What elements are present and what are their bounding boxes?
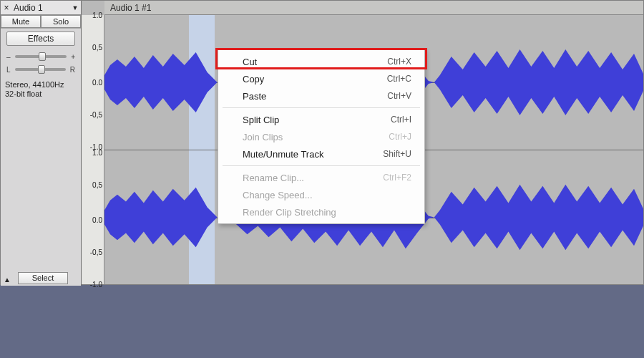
menu-label: Rename Clip... <box>243 173 304 183</box>
select-track-button[interactable]: Select <box>18 272 68 284</box>
pan-right-label: R <box>70 66 75 74</box>
pan-slider-track[interactable] <box>15 68 66 71</box>
close-icon[interactable]: × <box>1 1 12 15</box>
collapse-icon[interactable]: ▲ <box>4 276 11 284</box>
ruler-tick: -1.0 <box>82 281 102 289</box>
solo-button[interactable]: Solo <box>41 15 81 28</box>
context-menu: Cut Ctrl+X Copy Ctrl+C Paste Ctrl+V Spli… <box>218 49 425 224</box>
menu-item-split-clip[interactable]: Split Clip Ctrl+I <box>218 111 424 128</box>
menu-separator <box>223 107 420 108</box>
menu-label: Split Clip <box>243 115 279 125</box>
chevron-down-icon[interactable]: ▼ <box>69 4 81 11</box>
ruler-tick: -0,5 <box>82 248 102 256</box>
menu-shortcut: Ctrl+I <box>391 115 411 125</box>
clip-title-bar[interactable]: Audio 1 #1 <box>104 1 643 15</box>
ruler-tick: 1.0 <box>82 148 102 156</box>
gain-slider-track[interactable] <box>15 55 67 58</box>
pan-slider-thumb[interactable] <box>38 65 45 74</box>
menu-item-paste[interactable]: Paste Ctrl+V <box>218 87 424 105</box>
menu-item-rename-clip: Rename Clip... Ctrl+F2 <box>218 169 424 186</box>
menu-label: Mute/Unmute Track <box>243 149 323 160</box>
menu-shortcut: Ctrl+J <box>389 132 411 142</box>
menu-label: Cut <box>243 57 257 67</box>
minus-icon: – <box>6 53 11 61</box>
menu-label: Copy <box>243 74 264 84</box>
menu-item-render-stretch: Render Clip Stretching <box>218 203 424 221</box>
menu-item-change-speed: Change Speed... <box>218 186 424 203</box>
effects-button[interactable]: Effects <box>6 32 75 46</box>
track-format-info: Stereo, 44100Hz 32-bit float <box>1 76 81 100</box>
letterbox-bottom <box>0 285 644 357</box>
ruler-tick: 1.0 <box>82 11 102 19</box>
menu-shortcut: Shift+U <box>383 149 411 159</box>
menu-label: Render Clip Stretching <box>243 207 336 218</box>
mute-button[interactable]: Mute <box>1 15 41 28</box>
ruler-tick: 0,5 <box>82 180 102 188</box>
track-header[interactable]: × Audio 1 ▼ <box>1 1 81 15</box>
track-name-label: Audio 1 <box>12 3 69 13</box>
pan-left-label: L <box>6 66 11 74</box>
menu-label: Change Speed... <box>243 190 313 200</box>
menu-shortcut: Ctrl+V <box>387 91 411 101</box>
menu-shortcut: Ctrl+C <box>387 74 411 84</box>
menu-label: Join Clips <box>243 132 283 142</box>
track-format-line1: Stereo, 44100Hz <box>5 80 78 90</box>
menu-item-mute-track[interactable]: Mute/Unmute Track Shift+U <box>218 145 424 163</box>
menu-separator <box>223 165 420 166</box>
ruler-tick: 0.0 <box>82 79 102 87</box>
plus-icon: + <box>71 53 75 61</box>
ruler-tick: 0.0 <box>82 216 102 223</box>
pan-slider[interactable]: L R <box>1 63 81 76</box>
gain-slider-thumb[interactable] <box>39 52 46 61</box>
track-control-panel: × Audio 1 ▼ Mute Solo Effects – + L R St… <box>1 1 82 286</box>
menu-item-cut[interactable]: Cut Ctrl+X <box>218 53 424 70</box>
menu-shortcut: Ctrl+X <box>387 57 411 67</box>
menu-item-join-clips: Join Clips Ctrl+J <box>218 128 424 145</box>
gain-slider[interactable]: – + <box>1 50 81 63</box>
ruler-tick: -0,5 <box>82 111 102 119</box>
ruler-tick: 0,5 <box>82 44 102 52</box>
track-format-line2: 32-bit float <box>5 90 78 99</box>
audacity-window: × Audio 1 ▼ Mute Solo Effects – + L R St… <box>0 0 644 285</box>
menu-shortcut: Ctrl+F2 <box>383 173 411 183</box>
vertical-ruler: 1.0 0,5 0.0 -0,5 -1.0 1.0 0,5 0.0 -0,5 -… <box>82 15 104 284</box>
menu-item-copy[interactable]: Copy Ctrl+C <box>218 70 424 87</box>
menu-label: Paste <box>243 91 266 102</box>
clip-title: Audio 1 #1 <box>110 3 151 13</box>
